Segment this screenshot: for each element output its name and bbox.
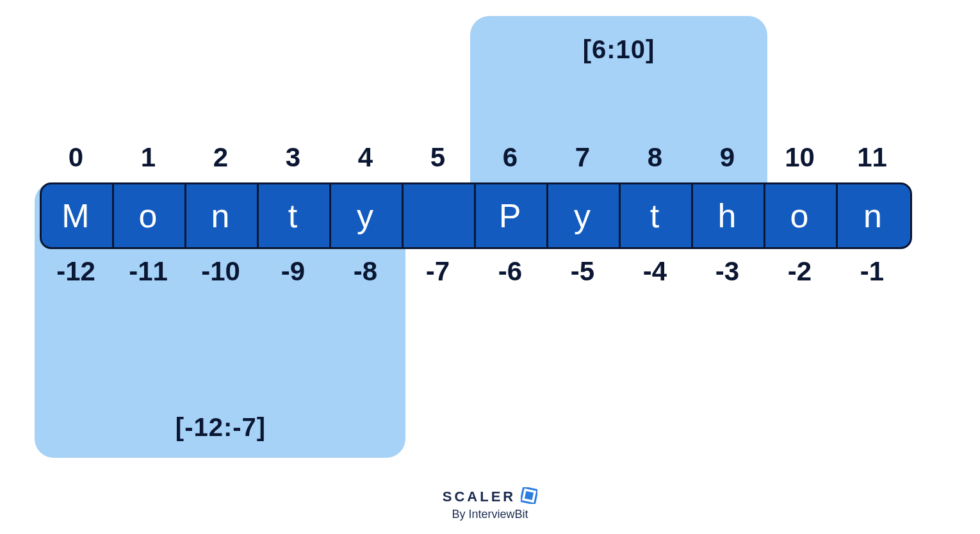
character-cell: t <box>259 184 331 247</box>
character-cell: P <box>476 184 548 247</box>
character-cell: M <box>42 184 114 247</box>
character-cell: y <box>331 184 404 247</box>
positive-index: 5 <box>402 142 474 173</box>
footer: SCALER By InterviewBit <box>0 487 980 521</box>
svg-rect-1 <box>525 491 534 500</box>
character-cell: n <box>838 184 910 247</box>
character-row: Monty Python <box>40 182 912 249</box>
negative-index: -2 <box>764 256 836 287</box>
negative-index: -12 <box>40 256 112 287</box>
positive-index: 0 <box>40 142 112 173</box>
negative-index: -10 <box>184 256 257 287</box>
negative-index: -11 <box>112 256 184 287</box>
positive-index: 10 <box>764 142 836 173</box>
byline: By InterviewBit <box>452 508 528 521</box>
positive-index: 11 <box>836 142 908 173</box>
character-cell: n <box>186 184 259 247</box>
positive-index: 1 <box>112 142 184 173</box>
scaler-logo-icon <box>521 487 537 506</box>
positive-index: 3 <box>257 142 329 173</box>
positive-index: 6 <box>474 142 546 173</box>
brand-name: SCALER <box>443 489 516 505</box>
negative-index: -7 <box>402 256 474 287</box>
negative-index: -3 <box>691 256 764 287</box>
character-cell: o <box>114 184 186 247</box>
positive-index: 9 <box>691 142 764 173</box>
positive-index: 7 <box>546 142 619 173</box>
negative-index: -6 <box>474 256 546 287</box>
positive-index: 8 <box>619 142 691 173</box>
slice-label-bottom: [-12:-7] <box>157 413 285 442</box>
negative-index: -5 <box>546 256 619 287</box>
negative-index: -9 <box>257 256 329 287</box>
brand-line: SCALER <box>443 487 537 506</box>
positive-index: 2 <box>184 142 257 173</box>
negative-index-row: -12-11-10-9-8-7-6-5-4-3-2-1 <box>40 256 908 287</box>
character-cell: h <box>693 184 765 247</box>
negative-index: -1 <box>836 256 908 287</box>
positive-index: 4 <box>329 142 402 173</box>
negative-index: -4 <box>619 256 691 287</box>
character-cell <box>404 184 476 247</box>
character-cell: t <box>621 184 693 247</box>
character-cell: y <box>548 184 621 247</box>
diagram-canvas: [6:10] [-12:-7] 01234567891011 Monty Pyt… <box>0 0 980 534</box>
positive-index-row: 01234567891011 <box>40 142 908 173</box>
slice-label-top: [6:10] <box>555 35 683 64</box>
character-cell: o <box>765 184 838 247</box>
negative-index: -8 <box>329 256 402 287</box>
